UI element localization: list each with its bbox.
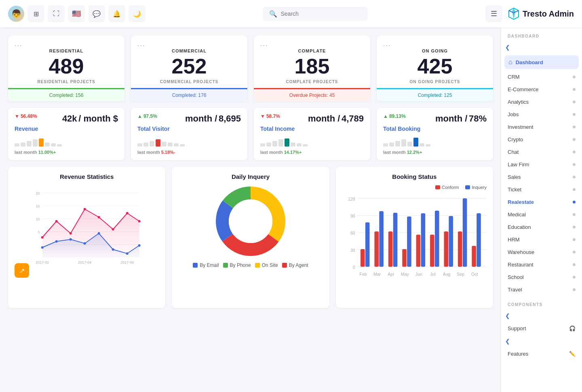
legend-item-email: By Email <box>193 262 219 268</box>
sidebar-item-analytics[interactable]: Analytics <box>501 96 582 108</box>
svg-point-13 <box>84 208 86 210</box>
svg-point-12 <box>70 232 72 235</box>
svg-text:90: 90 <box>350 214 355 218</box>
svg-point-16 <box>126 212 129 214</box>
sidebar-dot-restaurant <box>573 263 576 266</box>
sidebar-item-restaurant[interactable]: Restaurant <box>501 258 582 271</box>
flag-icon-btn[interactable]: 🇺🇸 <box>68 5 85 22</box>
main-layout: ... RESIDENTIAL 489 RESIDENTIAL PROJECTS… <box>0 27 582 392</box>
expand-icon-btn[interactable]: ⛶ <box>48 5 65 22</box>
sidebar-item-investment[interactable]: Investment <box>501 121 582 133</box>
chevron-down-icon: ❮ <box>505 44 510 50</box>
sidebar-item-medical[interactable]: Medical <box>501 208 582 221</box>
chevron-icon-features: ❮ <box>505 338 510 344</box>
sidebar-item-school[interactable]: School <box>501 271 582 283</box>
svg-text:Aug: Aug <box>443 272 450 277</box>
search-input[interactable] <box>280 10 361 17</box>
search-bar: 🔍 <box>263 7 368 21</box>
stat-number: 185 <box>254 53 370 80</box>
mini-bars <box>260 135 364 147</box>
svg-point-25 <box>126 252 129 255</box>
stat-number: 489 <box>8 53 124 80</box>
stat-dots: ... <box>260 40 364 48</box>
legend-dot-phone <box>223 263 228 268</box>
sidebar-item-label-crm: CRM <box>508 74 520 80</box>
sidebar-chevron-features[interactable]: ❮ <box>501 335 582 348</box>
export-icon[interactable]: ↗ <box>15 263 29 278</box>
topbar: 👦 ⊞ ⛶ 🇺🇸 💬 🔔 🌙 🔍 ☰ <box>0 0 582 27</box>
legend-dot-agent <box>282 263 287 268</box>
sidebar-item-realestate[interactable]: Realestate <box>501 196 582 208</box>
sidebar-item-crm[interactable]: CRM <box>501 71 582 83</box>
grid-icon-btn[interactable]: ⊞ <box>27 5 44 22</box>
svg-text:5: 5 <box>38 230 40 234</box>
mini-bars <box>383 135 487 147</box>
sidebar-item-dashboard[interactable]: ⌂ Dashboard <box>504 55 579 69</box>
mini-percent: ▲ 97.5% <box>137 113 157 119</box>
legend-dot-inquery <box>465 185 470 189</box>
legend-label-phone: By Phone <box>230 262 251 268</box>
menu-btn[interactable]: ☰ <box>485 5 502 22</box>
headphone-icon: 🎧 <box>569 325 576 331</box>
sidebar-dot-hrm <box>573 238 576 241</box>
topbar-left: 👦 ⊞ ⛶ 🇺🇸 💬 🔔 🌙 <box>8 5 146 22</box>
legend-label-agent: By Agent <box>289 262 308 268</box>
bar <box>162 142 167 147</box>
legend-dot-onsite <box>255 263 260 268</box>
mini-name: Total Visitor <box>137 126 241 132</box>
chat-icon: 💬 <box>93 10 101 18</box>
bar <box>150 141 154 147</box>
svg-text:60: 60 <box>350 231 355 235</box>
sidebar-dot-school <box>573 276 576 279</box>
sidebar-item-hrm[interactable]: HRM <box>501 233 582 246</box>
svg-point-35 <box>229 199 272 243</box>
svg-rect-56 <box>444 231 448 266</box>
sidebar-item-travel[interactable]: Travel <box>501 283 582 296</box>
legend-dot-conform <box>435 185 440 189</box>
bell-icon-btn[interactable]: 🔔 <box>108 5 125 22</box>
sidebar-item-lawfirm[interactable]: Law Firm <box>501 158 582 171</box>
chart-title-donut: Daily Inquery <box>178 173 323 180</box>
svg-text:20: 20 <box>36 191 40 195</box>
stat-dots: ... <box>15 40 118 48</box>
svg-text:Sep: Sep <box>457 272 464 277</box>
sidebar-item-warehouse[interactable]: Warehouse <box>501 246 582 258</box>
sidebar-chevron-support[interactable]: ❮ <box>501 309 582 322</box>
sidebar-dot-jobs <box>573 113 576 116</box>
mini-value: 42k / month $ <box>62 113 118 124</box>
sidebar-item-ecommerce[interactable]: E-Commerce <box>501 83 582 96</box>
svg-point-23 <box>98 232 100 235</box>
moon-icon-btn[interactable]: 🌙 <box>129 5 146 22</box>
bar-legend: Conform Inquery <box>342 185 487 190</box>
sidebar-item-jobs[interactable]: Jobs <box>501 108 582 121</box>
mini-percent: ▲ 89.13% <box>383 113 406 119</box>
sidebar-item-label-restaurant: Restaurant <box>508 262 534 268</box>
bar-accent <box>156 139 160 147</box>
sidebar-dot-warehouse <box>573 251 576 254</box>
bar <box>291 143 295 147</box>
revenue-chart-svg: 20 15 10 5 <box>15 185 159 266</box>
bar <box>389 143 394 147</box>
sidebar-item-support[interactable]: Support 🎧 <box>501 322 582 335</box>
svg-rect-53 <box>421 213 425 266</box>
sidebar-item-crypto[interactable]: Crypto <box>501 133 582 146</box>
svg-text:Jul: Jul <box>430 272 436 277</box>
bar <box>420 143 424 147</box>
sidebar-item-sales[interactable]: Sales <box>501 171 582 183</box>
sidebar-chevron[interactable]: ❮ <box>501 41 582 54</box>
sidebar-item-label-support: Support <box>508 325 526 331</box>
chart-card-donut: Daily Inquery <box>172 167 329 308</box>
legend-label-inquery: Inquery <box>472 185 487 190</box>
sidebar-item-features[interactable]: Features ✏️ <box>501 348 582 360</box>
sidebar-item-chat[interactable]: Chat <box>501 146 582 158</box>
sidebar-item-label-realestate: Realestate <box>508 199 534 205</box>
sidebar-dot-analytics <box>573 101 576 103</box>
chevron-icon-support: ❮ <box>505 312 510 319</box>
chat-icon-btn[interactable]: 💬 <box>88 5 105 22</box>
stat-label: ON GOING PROJECTS <box>377 80 493 88</box>
svg-text:30: 30 <box>350 248 355 253</box>
sidebar-item-education[interactable]: Education <box>501 221 582 233</box>
sidebar-item-ticket[interactable]: Ticket <box>501 183 582 196</box>
avatar[interactable]: 👦 <box>8 6 24 22</box>
svg-point-14 <box>98 216 100 218</box>
